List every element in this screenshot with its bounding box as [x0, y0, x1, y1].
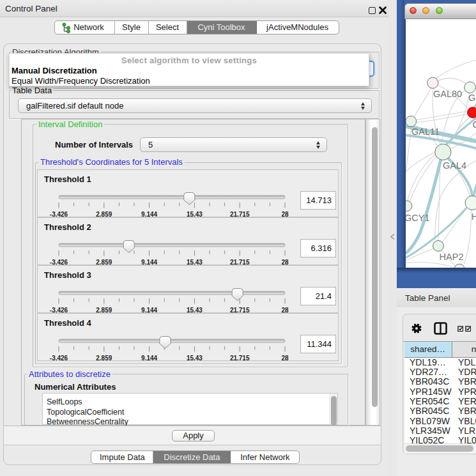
svg-text:28: 28: [281, 355, 289, 360]
svg-text:2.859: 2.859: [96, 355, 112, 360]
svg-text:GAL4: GAL4: [443, 160, 466, 170]
svg-text:HAP2: HAP2: [440, 252, 464, 262]
svg-text:9.144: 9.144: [141, 355, 157, 360]
svg-text:28: 28: [281, 211, 289, 217]
svg-text:21.715: 21.715: [230, 211, 250, 217]
svg-text:-3.426: -3.426: [50, 307, 68, 312]
svg-text:2.859: 2.859: [96, 259, 112, 265]
svg-text:GCY1: GCY1: [406, 212, 430, 222]
svg-text:21.715: 21.715: [230, 259, 250, 265]
svg-text:GAL80: GAL80: [433, 88, 462, 98]
svg-text:GAL11: GAL11: [411, 126, 440, 136]
svg-text:15.43: 15.43: [187, 355, 203, 360]
svg-text:15.43: 15.43: [187, 211, 203, 217]
svg-text:9.144: 9.144: [141, 211, 157, 217]
svg-text:9.144: 9.144: [141, 259, 157, 265]
svg-text:28: 28: [281, 307, 289, 312]
svg-text:HA: HA: [472, 211, 476, 221]
svg-text:-3.426: -3.426: [50, 211, 68, 217]
svg-text:-3.426: -3.426: [50, 259, 68, 265]
svg-text:-3.426: -3.426: [50, 355, 68, 360]
svg-text:2.859: 2.859: [96, 307, 112, 312]
svg-text:G.: G.: [468, 93, 476, 103]
svg-text:21.715: 21.715: [230, 355, 250, 360]
svg-text:C: C: [473, 119, 476, 129]
svg-text:9.144: 9.144: [141, 307, 157, 312]
svg-text:15.43: 15.43: [187, 307, 203, 312]
svg-text:21.715: 21.715: [230, 307, 250, 312]
svg-text:2.859: 2.859: [96, 211, 112, 217]
svg-text:15.43: 15.43: [187, 259, 203, 265]
svg-text:28: 28: [281, 259, 289, 265]
